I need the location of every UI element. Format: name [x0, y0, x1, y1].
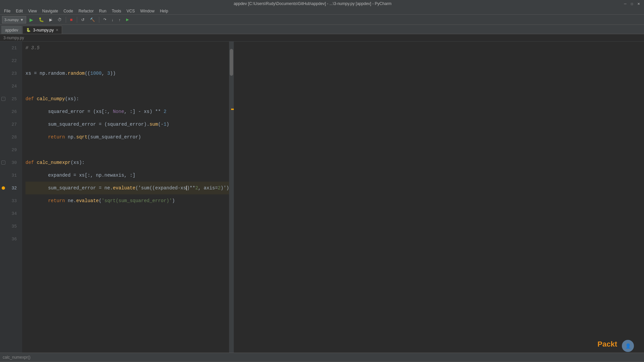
tab-close-icon[interactable]: ✕ [56, 28, 58, 32]
code-line-28: return np. sqrt (sum_squared_error) [25, 131, 229, 143]
gutter-row-26 [0, 105, 7, 118]
close-button[interactable]: ✕ [636, 1, 641, 6]
gutter-row-21 [0, 42, 7, 54]
fold-icon-30[interactable]: - [1, 161, 5, 165]
line-num-21: 21 [7, 42, 19, 54]
code-line-29 [25, 143, 229, 156]
maximize-button[interactable]: □ [629, 1, 635, 6]
menu-run[interactable]: Run [96, 8, 109, 14]
line-num-28: 28 [7, 131, 19, 143]
code-line-22 [25, 54, 229, 67]
menu-view[interactable]: View [25, 8, 40, 14]
line-num-23: 23 [7, 67, 19, 80]
line-num-32: 32 [7, 182, 19, 194]
run-button[interactable]: ▶ [28, 16, 35, 23]
step-into-button[interactable]: ↓ [110, 16, 116, 23]
tab-project-label: appdev [5, 28, 18, 33]
code-line-27: sum_squared_error = (squared_error). sum… [25, 118, 229, 131]
gutter-row-27 [0, 118, 7, 131]
titlebar-title: appdev [C:\Users\Rudy\Documents\GitHub\a… [3, 1, 623, 6]
step-over-button[interactable]: ↷ [101, 16, 108, 23]
warning-dot-32 [2, 186, 5, 190]
tab-file-label: 3-numpy.py [33, 28, 54, 33]
code-line-32: sum_squared_error = ne.evaluate('sum((ex… [25, 182, 229, 194]
menu-file[interactable]: File [1, 8, 13, 14]
gutter-row-23 [0, 67, 7, 80]
stop-button[interactable]: ■ [68, 16, 75, 23]
gutter-row-29 [0, 143, 7, 156]
breadcrumb: 3-numpy.py [0, 34, 644, 42]
code-line-24 [25, 80, 229, 93]
line-num-29: 29 [7, 143, 19, 156]
breadcrumb-file: 3-numpy.py [3, 36, 24, 40]
code-line-36 [25, 233, 229, 245]
line-num-26: 26 [7, 105, 19, 118]
code-line-30: def calc_numexpr ( xs ): [25, 156, 229, 169]
coverage-button[interactable]: ▶̈ [47, 16, 54, 23]
code-line-35 [25, 220, 229, 233]
menubar: File Edit View Navigate Code Refactor Ru… [0, 7, 644, 15]
editor-area: - - [0, 42, 644, 353]
line-num-33: 33 [7, 194, 19, 207]
gutter-icons: - - [0, 42, 7, 353]
fold-icon-28[interactable] [1, 135, 5, 139]
line-num-27: 27 [7, 118, 19, 131]
menu-navigate[interactable]: Navigate [40, 8, 61, 14]
code-line-26: squared_error = (xs[:, None , :] - xs) *… [25, 105, 229, 118]
rerun-button[interactable]: ↺ [79, 16, 87, 23]
minimize-button[interactable]: ─ [623, 1, 628, 6]
menu-tools[interactable]: Tools [109, 8, 124, 14]
gutter-row-25[interactable]: - [0, 93, 7, 105]
line-num-31: 31 [7, 169, 19, 182]
scrollbar-vertical[interactable] [229, 42, 234, 353]
line-num-22: 22 [7, 54, 19, 67]
toolbar-sep-2 [77, 17, 77, 23]
line-num-36: 36 [7, 233, 19, 245]
code-line-34 [25, 207, 229, 220]
gutter-row-35 [0, 220, 7, 233]
tab-file-icon: 🐍 [26, 28, 31, 32]
gutter-row-30[interactable]: - [0, 156, 7, 169]
titlebar-controls: ─ □ ✕ [623, 1, 641, 6]
toolbar: 3-numpy ▼ ▶ 🐛 ▶̈ ⏱ ■ ↺ 🔨 ↷ ↓ ↑ ▶ [0, 15, 644, 25]
menu-help[interactable]: Help [157, 8, 171, 14]
profile-button[interactable]: ⏱ [56, 16, 64, 23]
line-num-35: 35 [7, 220, 19, 233]
line-num-24: 24 [7, 80, 19, 93]
gutter-row-28[interactable] [0, 131, 7, 143]
gutter-row-33[interactable] [0, 194, 7, 207]
tab-file[interactable]: 🐍 3-numpy.py ✕ [22, 26, 62, 34]
fold-icon-33[interactable] [1, 199, 5, 203]
run-config-name: 3-numpy [4, 18, 19, 22]
user-avatar: 👤 [622, 340, 634, 352]
debug-button[interactable]: 🐛 [37, 16, 46, 23]
avatar-area: 👤 [622, 340, 634, 352]
packt-logo: Packt [597, 340, 617, 349]
build-button[interactable]: 🔨 [88, 16, 97, 23]
code-line-33: return ne. evaluate ( 'sqrt(sum_squared_… [25, 194, 229, 207]
code-line-23: xs = np.random.random((1000, 3)) [25, 67, 229, 80]
menu-edit[interactable]: Edit [13, 8, 25, 14]
step-out-button[interactable]: ↑ [117, 16, 123, 23]
tabbar: appdev 🐍 3-numpy.py ✕ [0, 25, 644, 34]
code-var-xs: xs [25, 71, 34, 76]
fold-icon-25[interactable]: - [1, 97, 5, 101]
function-hint: calc_numexpr() [3, 355, 31, 360]
tab-project[interactable]: appdev [1, 26, 22, 34]
code-container: - - [0, 42, 234, 353]
menu-refactor[interactable]: Refactor [76, 8, 96, 14]
gutter-row-32 [0, 182, 7, 194]
resume-button[interactable]: ▶ [124, 16, 131, 23]
bottom-hint-bar: calc_numexpr() [0, 353, 644, 361]
scrollbar-thumb[interactable] [230, 49, 233, 76]
code-editor[interactable]: # 3.5 xs = np.random.random((1000, 3)) d… [22, 42, 229, 353]
gutter-row-22 [0, 54, 7, 67]
menu-code[interactable]: Code [61, 8, 76, 14]
menu-vcs[interactable]: VCS [124, 8, 138, 14]
run-config-selector[interactable]: 3-numpy ▼ [2, 16, 26, 23]
toolbar-sep-3 [99, 17, 99, 23]
line-numbers: 21 22 23 24 25 26 27 28 29 30 31 32 33 3… [7, 42, 22, 353]
run-config-dropdown-icon: ▼ [20, 18, 24, 22]
menu-window[interactable]: Window [138, 8, 157, 14]
titlebar: appdev [C:\Users\Rudy\Documents\GitHub\a… [0, 0, 644, 7]
